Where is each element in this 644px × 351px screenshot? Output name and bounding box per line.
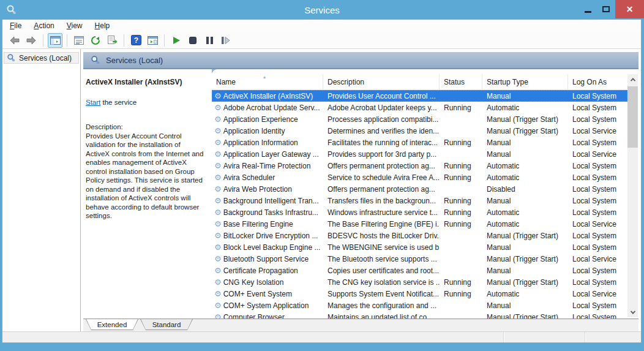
start-service-button[interactable] [169, 33, 184, 48]
table-row[interactable]: ⚙Background Tasks Infrastru...Windows in… [212, 206, 627, 218]
cell-desc: The Bluetooth service supports ... [323, 255, 440, 263]
table-row[interactable]: ⚙Avira Real-Time ProtectionOffers perman… [212, 160, 627, 172]
service-list-rows: ⚙ActiveX Installer (AxInstSV)Provides Us… [212, 90, 627, 319]
main-area: Services (Local) Services (Local) Active… [2, 49, 641, 331]
pause-service-button[interactable] [202, 33, 217, 48]
column-header-name[interactable]: Name▴ [212, 74, 323, 89]
table-row[interactable]: ⚙Bluetooth Support ServiceThe Bluetooth … [212, 253, 627, 265]
vertical-scrollbar[interactable] [627, 74, 638, 317]
menu-item-file[interactable]: File [10, 21, 21, 30]
table-row[interactable]: ⚙Background Intelligent Tran...Transfers… [212, 195, 627, 206]
back-button[interactable] [7, 33, 22, 48]
cell-status: Running [440, 104, 482, 112]
table-row[interactable]: ⚙ActiveX Installer (AxInstSV)Provides Us… [212, 90, 627, 102]
menu-item-view[interactable]: View [67, 21, 83, 30]
tree-item-label: Services (Local) [19, 54, 72, 62]
table-row[interactable]: ⚙COM+ System ApplicationManages the conf… [212, 300, 627, 311]
column-header-status[interactable]: Status [440, 74, 482, 89]
gear-icon: ⚙ [214, 278, 222, 286]
export-list-button[interactable] [105, 33, 119, 48]
close-icon: ✕ [626, 4, 634, 14]
start-service-link[interactable]: Start [86, 99, 100, 106]
cell-name: ⚙Avira Web Protection [212, 185, 323, 194]
cell-startup: Manual (Trigger Start) [482, 232, 568, 240]
cell-name: ⚙Application Identity [212, 127, 323, 135]
show-action-pane-button[interactable] [145, 33, 160, 48]
tree-item-services-local[interactable]: Services (Local) [4, 52, 79, 64]
gear-icon: ⚙ [214, 162, 222, 170]
scroll-up-button[interactable] [627, 74, 638, 85]
cell-startup: Manual [482, 266, 568, 275]
cell-logon: Local System [568, 278, 627, 287]
cell-name: ⚙Base Filtering Engine [212, 220, 323, 228]
menu-item-action[interactable]: Action [34, 21, 54, 30]
service-list-panel: Name▴DescriptionStatusStartup TypeLog On… [212, 69, 638, 319]
table-row[interactable]: ⚙Application InformationFacilitates the … [212, 137, 627, 148]
table-row[interactable]: ⚙Application Layer Gateway ...Provides s… [212, 148, 627, 160]
stop-service-button[interactable] [185, 33, 200, 48]
table-row[interactable]: ⚙Computer BrowserMaintains an updated li… [212, 311, 627, 319]
table-row[interactable]: ⚙Block Level Backup Engine ...The WBENGI… [212, 241, 627, 253]
column-header-desc[interactable]: Description [323, 74, 440, 89]
tab-extended[interactable]: Extended [86, 319, 138, 330]
restart-service-button[interactable] [219, 33, 233, 48]
content-row: ActiveX Installer (AxInstSV) Start the s… [83, 69, 638, 319]
cell-name: ⚙Avira Scheduler [212, 173, 323, 182]
cell-logon: Local Service [568, 290, 627, 298]
minimize-button[interactable] [578, 0, 597, 18]
gear-icon: ⚙ [214, 127, 222, 135]
column-header-logon[interactable]: Log On As [568, 74, 627, 89]
cell-logon: Local System [568, 301, 627, 310]
gear-icon: ⚙ [214, 104, 222, 111]
cell-startup: Manual [482, 92, 568, 100]
chevron-down-icon [630, 309, 635, 314]
column-header-startup[interactable]: Startup Type [482, 74, 568, 89]
cell-desc: Windows infrastructure service t... [323, 208, 440, 217]
toolbar-separator [43, 34, 43, 47]
status-bar-section [503, 332, 585, 342]
cell-status: Running [440, 173, 482, 182]
menu-item-help[interactable]: Help [95, 21, 110, 30]
cell-startup: Manual [482, 150, 568, 159]
table-row[interactable]: ⚙Avira Web ProtectionOffers permanent pr… [212, 183, 627, 195]
table-row[interactable]: ⚙BitLocker Drive Encryption ...BDESVC ho… [212, 230, 627, 241]
list-header-row: Name▴DescriptionStatusStartup TypeLog On… [212, 74, 627, 90]
forward-button[interactable] [24, 33, 39, 48]
table-row[interactable]: ⚙Base Filtering EngineThe Base Filtering… [212, 218, 627, 230]
properties-button[interactable] [72, 33, 86, 48]
show-console-tree-button[interactable] [48, 33, 62, 48]
close-button[interactable]: ✕ [615, 0, 644, 18]
cell-logon: Local System [568, 173, 627, 182]
table-row[interactable]: ⚙Application ExperienceProcesses applica… [212, 113, 627, 125]
status-bar [2, 331, 641, 342]
scroll-down-button[interactable] [627, 307, 638, 317]
table-row[interactable]: ⚙Application IdentityDetermines and veri… [212, 125, 627, 137]
refresh-button[interactable] [88, 33, 103, 48]
pane-header-title: Services (Local) [106, 56, 163, 65]
table-row[interactable]: ⚙Avira SchedulerService to schedule Avir… [212, 172, 627, 183]
tab-standard[interactable]: Standard [140, 319, 193, 330]
cell-startup: Manual (Trigger Start) [482, 255, 568, 263]
cell-logon: Local System [568, 92, 627, 100]
cell-desc: Processes application compatibi... [323, 115, 440, 124]
cell-logon: Local Service [568, 255, 627, 263]
gear-icon: ⚙ [214, 266, 222, 274]
cell-logon: Local System [568, 197, 627, 205]
table-row[interactable]: ⚙COM+ Event SystemSupports System Event … [212, 288, 627, 300]
help-button[interactable]: ? [129, 33, 143, 48]
maximize-button[interactable] [597, 0, 615, 18]
table-row[interactable]: ⚙CNG Key IsolationThe CNG key isolation … [212, 276, 627, 288]
extended-details-pane: ActiveX Installer (AxInstSV) Start the s… [83, 69, 212, 319]
cell-status: Running [440, 220, 482, 228]
table-row[interactable]: ⚙Certificate PropagationCopies user cert… [212, 265, 627, 276]
cell-startup: Automatic [482, 162, 568, 170]
gear-icon: ⚙ [214, 232, 222, 240]
chevron-up-icon [630, 78, 635, 83]
gear-icon: ⚙ [214, 220, 222, 228]
gear-icon: ⚙ [214, 243, 222, 251]
table-row[interactable]: ⚙Adobe Acrobat Update Serv...Adobe Acrob… [212, 102, 627, 113]
scrollbar-thumb[interactable] [627, 86, 638, 148]
gear-icon: ⚙ [214, 150, 222, 158]
cell-startup: Manual [482, 243, 568, 252]
cell-logon: Local System [568, 138, 627, 147]
